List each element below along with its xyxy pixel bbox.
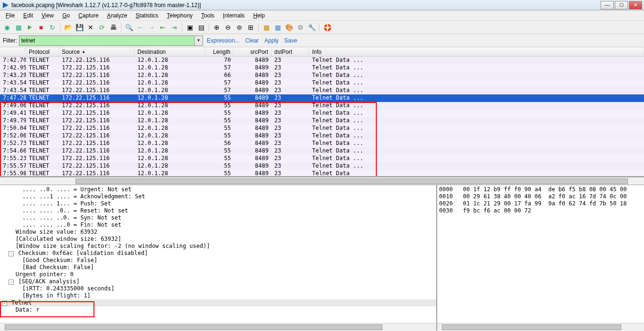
menu-internals[interactable]: Internals <box>219 11 248 20</box>
hex-line[interactable]: 0020 01 1c 21 29 00 17 fa 99 9a f0 62 74… <box>439 200 642 207</box>
col-length[interactable]: Length <box>205 47 234 56</box>
hex-hscroll[interactable] <box>436 323 644 331</box>
tree-line[interactable]: [Calculated window size: 63932] <box>0 236 436 243</box>
start-icon[interactable] <box>25 22 35 33</box>
tree-line[interactable]: .... .... ...0 = Fin: Not set <box>0 221 436 229</box>
zoom-in-icon[interactable]: ⊕ <box>212 22 222 33</box>
packet-row[interactable]: 7:47.28TELNET172.22.125.11612.0.1.285584… <box>0 94 644 102</box>
next-icon[interactable]: → <box>146 22 157 33</box>
tools-icon[interactable]: 🔧 <box>306 22 317 33</box>
interfaces-icon[interactable]: ◉ <box>2 22 12 33</box>
reload-icon[interactable]: ⟳ <box>97 22 107 33</box>
menu-analyze[interactable]: Analyze <box>103 11 131 20</box>
tree-line[interactable]: .... .... .0.. = Reset: Not set <box>0 207 436 214</box>
tree-line[interactable]: [iRTT: 0.243335000 seconds] <box>0 285 436 292</box>
col-protocol[interactable]: Protocol <box>26 47 59 56</box>
go-last-icon[interactable]: ⇥ <box>169 22 179 33</box>
menu-capture[interactable]: Capture <box>75 11 102 20</box>
tree-line[interactable]: .... ...1 .... = Acknowledgment: Set <box>0 193 436 200</box>
col-dstport[interactable]: dstPort <box>271 47 309 56</box>
minimize-button[interactable]: — <box>601 1 614 9</box>
hex-line[interactable]: 0030 f9 bc f6 ac 00 00 72 <box>439 207 642 214</box>
packet-row[interactable]: 7:55.98TELNET172.22.125.11612.0.1.285584… <box>0 170 644 177</box>
tree-line[interactable]: .... .... 1... = Push: Set <box>0 200 436 207</box>
tree-line[interactable]: [Window size scaling factor: -2 (no wind… <box>0 243 436 250</box>
menu-file[interactable]: File <box>2 11 18 20</box>
prev-icon[interactable]: ← <box>135 22 145 33</box>
packet-row[interactable]: 7:52.73TELNET172.22.125.11612.0.1.285684… <box>0 140 644 147</box>
tree-line[interactable]: Window size value: 63932 <box>0 229 436 236</box>
packet-row[interactable]: 7:43.29TELNET172.22.125.11612.0.1.286684… <box>0 72 644 79</box>
menu-telephony[interactable]: Telephony <box>163 11 196 20</box>
hex-line[interactable]: 0000 00 1f 12 b9 ff f0 90 a4 de b6 f5 b8… <box>439 186 642 193</box>
menu-go[interactable]: Go <box>59 11 74 20</box>
menu-edit[interactable]: Edit <box>19 11 37 20</box>
display-filters-icon[interactable]: ▦ <box>272 22 283 33</box>
packet-row[interactable]: 7:55.23TELNET172.22.125.11612.0.1.285584… <box>0 155 644 162</box>
options-icon[interactable]: ▦ <box>13 22 24 33</box>
go-first-icon[interactable]: ⇤ <box>158 22 168 33</box>
packet-row[interactable]: 7:50.04TELNET172.22.125.11612.0.1.285584… <box>0 125 644 132</box>
packet-row[interactable]: 7:54.66TELNET172.22.125.11612.0.1.285584… <box>0 147 644 155</box>
tree-line[interactable]: Data: r <box>0 306 436 314</box>
packet-tree[interactable]: .... ..0. .... = Urgent: Not set .... ..… <box>0 185 436 323</box>
find-icon[interactable]: 🔍 <box>124 22 134 33</box>
tree-line[interactable]: .... ..0. .... = Urgent: Not set <box>0 186 436 193</box>
save-link[interactable]: Save <box>282 37 299 44</box>
maximize-button[interactable]: ☐ <box>615 1 628 9</box>
col-source[interactable]: Source▲ <box>59 47 135 56</box>
col-info[interactable]: Info <box>309 47 644 56</box>
tree-line[interactable]: - Telnet <box>0 299 436 306</box>
coloring-icon[interactable]: 🎨 <box>284 22 294 33</box>
capture-filters-icon[interactable]: ▦ <box>261 22 271 33</box>
menu-tools[interactable]: Tools <box>197 11 218 20</box>
stop-icon[interactable]: ■ <box>36 22 46 33</box>
print-icon[interactable]: 🖶 <box>108 22 119 33</box>
packet-row[interactable]: 7:42.95TELNET172.22.125.11612.0.1.285784… <box>0 64 644 72</box>
tree-line[interactable]: [Bad Checksum: False] <box>0 264 436 271</box>
filter-input[interactable] <box>19 36 194 45</box>
packet-row[interactable]: 7:43.54TELNET172.22.125.11612.0.1.285784… <box>0 79 644 87</box>
tree-line[interactable]: .... .... ..0. = Syn: Not set <box>0 214 436 221</box>
packet-row[interactable]: 7:49.79TELNET172.22.125.11612.0.1.285584… <box>0 117 644 125</box>
col-destination[interactable]: Destination <box>135 47 205 56</box>
resize-icon[interactable]: ⊞ <box>246 22 256 33</box>
menu-help[interactable]: Help <box>249 11 269 20</box>
tree-expander-icon[interactable]: - <box>8 251 14 256</box>
tree-line[interactable]: [Good Checksum: False] <box>0 257 436 264</box>
tree-expander-icon[interactable]: - <box>2 301 7 306</box>
packet-list[interactable]: Protocol Source▲ Destination Length srcP… <box>0 47 644 177</box>
tree-line[interactable]: [Bytes in flight: 1] <box>0 292 436 299</box>
packet-row[interactable]: 7:42.70TELNET172.22.125.11612.0.1.287084… <box>0 57 644 64</box>
apply-link[interactable]: Apply <box>263 37 280 44</box>
packet-row[interactable]: 7:52.06TELNET172.22.125.11612.0.1.285584… <box>0 132 644 140</box>
packet-row[interactable]: 7:49.41TELNET172.22.125.11612.0.1.285584… <box>0 110 644 117</box>
packet-row[interactable]: 7:55.57TELNET172.22.125.11612.0.1.285584… <box>0 162 644 170</box>
save-icon[interactable]: 💾 <box>74 22 85 33</box>
packet-row[interactable]: 7:43.54TELNET172.22.125.11612.0.1.285784… <box>0 87 644 94</box>
menu-view[interactable]: View <box>38 11 58 20</box>
col-srcport[interactable]: srcPort <box>234 47 271 56</box>
open-icon[interactable]: 📂 <box>63 22 73 33</box>
col-time[interactable] <box>0 47 26 56</box>
close-button[interactable]: ✕ <box>629 1 642 9</box>
tree-hscroll[interactable] <box>0 323 436 331</box>
menu-statistics[interactable]: Statistics <box>132 11 162 20</box>
help-icon[interactable]: 🛟 <box>322 22 332 33</box>
expand-icon[interactable]: ▤ <box>196 22 206 33</box>
tree-line[interactable]: - Checksum: 0xf6ac [validation disabled] <box>0 250 436 257</box>
tree-expander-icon[interactable]: - <box>8 280 14 285</box>
expression-link[interactable]: Expression... <box>205 37 241 44</box>
close-file-icon[interactable]: ✕ <box>85 22 96 33</box>
tree-line[interactable]: - [SEQ/ACK analysis] <box>0 278 436 285</box>
hex-pane[interactable]: 0000 00 1f 12 b9 ff f0 90 a4 de b6 f5 b8… <box>436 185 644 323</box>
packet-hscroll[interactable] <box>0 177 644 185</box>
collapse-icon[interactable]: ▣ <box>185 22 195 33</box>
filter-dropdown-icon[interactable]: ▼ <box>194 36 203 45</box>
tree-line[interactable]: Urgent pointer: 0 <box>0 271 436 278</box>
zoom-out-icon[interactable]: ⊖ <box>223 22 233 33</box>
packet-row[interactable]: 7:49.06TELNET172.22.125.11612.0.1.285584… <box>0 102 644 110</box>
zoom-reset-icon[interactable]: ⊜ <box>234 22 245 33</box>
hex-line[interactable]: 0010 00 29 61 38 40 00 40 06 a2 f0 ac 16… <box>439 193 642 200</box>
restart-icon[interactable]: ↻ <box>47 22 58 33</box>
